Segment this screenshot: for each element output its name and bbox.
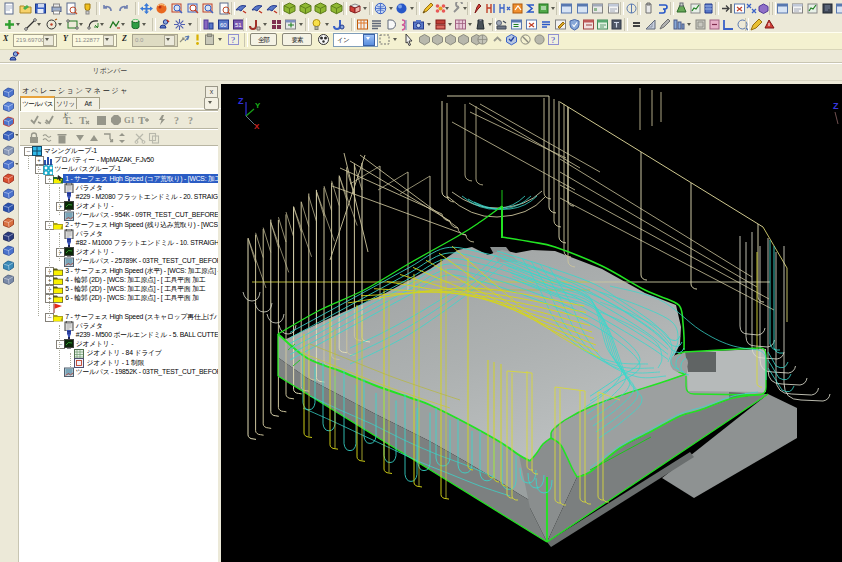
svg-text:?: ? xyxy=(231,35,235,45)
svg-text:60: 60 xyxy=(220,22,227,28)
svg-text:X: X xyxy=(254,122,260,131)
svg-text:?: ? xyxy=(174,115,179,126)
svg-text:?: ? xyxy=(551,35,555,45)
svg-text:T: T xyxy=(138,114,146,126)
svg-text:?: ? xyxy=(188,115,193,126)
svg-text:T: T xyxy=(79,114,87,126)
svg-text:Z: Z xyxy=(238,96,244,106)
svg-text:G1: G1 xyxy=(124,115,135,125)
svg-text:Y: Y xyxy=(255,101,261,110)
svg-text:T: T xyxy=(63,114,71,126)
svg-text:51: 51 xyxy=(235,22,242,28)
svg-text:Z: Z xyxy=(833,101,839,111)
